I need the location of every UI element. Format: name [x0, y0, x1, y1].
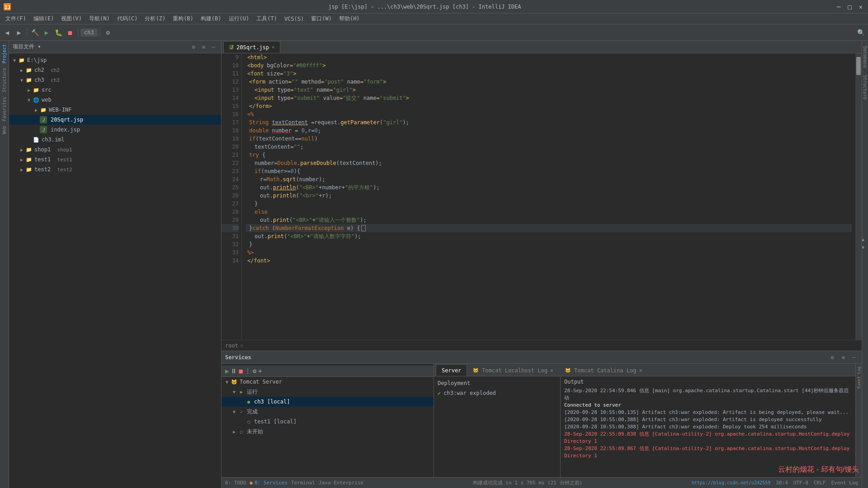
tab-tomcat-localhost[interactable]: 🐱 Tomcat Localhost Log ×: [467, 364, 559, 376]
editor-content[interactable]: 9 10 11 12 13 14 15 16 17 18 19 20 21 22…: [222, 53, 862, 340]
tab-close[interactable]: ×: [272, 45, 274, 50]
tab-20sqrt[interactable]: J 20Sqrt.jsp ×: [223, 41, 280, 53]
database-tab[interactable]: Database: [863, 42, 868, 71]
project-gear-btn[interactable]: ≡: [199, 43, 208, 51]
branch-selector[interactable]: ch3: [80, 28, 98, 37]
menu-item-f[interactable]: 文件(F): [2, 14, 30, 23]
tree-index[interactable]: ▶ J index.jsp: [9, 125, 221, 135]
services-more-btn[interactable]: ⋮: [245, 367, 251, 375]
search-everywhere-btn[interactable]: 🔍: [855, 27, 866, 38]
tab-catalina-close[interactable]: ×: [639, 367, 642, 374]
web-icon[interactable]: Web: [2, 124, 7, 136]
bottom-gear-btn[interactable]: ≡: [839, 353, 847, 361]
menu-item-u[interactable]: 运行(U): [225, 14, 253, 23]
minimize-btn[interactable]: ─: [835, 3, 842, 10]
bottom-toolbar: Services ⚙ ≡ —: [222, 351, 862, 364]
project-close-btn[interactable]: —: [209, 43, 217, 51]
svg-text:IJ: IJ: [5, 5, 10, 10]
menu-bar: 文件(F)编辑(E)视图(V)导航(N)代码(C)分析(Z)重构(B)构建(B)…: [0, 14, 868, 24]
tree-test1[interactable]: ▶ 📁 test1 test1: [9, 155, 221, 164]
server-right-icons: Event Log: [855, 364, 862, 477]
status-encoding[interactable]: UTF-8: [793, 480, 808, 486]
close-btn[interactable]: ✕: [857, 3, 864, 10]
tree-test2[interactable]: ▶ 📁 test2 test2: [9, 164, 221, 174]
tree-ch3-local[interactable]: ▶ ● ch3 [local]: [222, 397, 434, 407]
project-icon[interactable]: Project: [2, 42, 7, 65]
event-log-btn[interactable]: Event Log: [857, 365, 861, 390]
bottom-settings-btn[interactable]: ⚙: [828, 353, 836, 361]
tree-running[interactable]: ▼ ▶ 运行: [222, 387, 434, 397]
menu-item-n[interactable]: 导航(N): [85, 14, 113, 23]
title-bar: IJ jsp [E:\jsp] - ...\ch3\web\20Sqrt.jsp…: [0, 0, 868, 14]
menu-item-t[interactable]: 工具(T): [253, 14, 281, 23]
services-run-btn[interactable]: ▶: [225, 367, 229, 375]
project-panel: 项目文件 ▾ ⚙ ≡ — ▼ 📁 E:\jsp ▶ 📁 ch2 ch2 ▼ 📁: [9, 41, 222, 488]
status-linesep[interactable]: CRLF: [814, 480, 826, 486]
stop-btn[interactable]: ■: [65, 27, 75, 38]
services-tree: ▶ ⏸ ■ ⋮ ⚙ + ▼ 🐱 Tomcat Server: [222, 364, 434, 477]
window-controls[interactable]: ─ □ ✕: [835, 3, 864, 10]
maximize-btn[interactable]: □: [846, 3, 853, 10]
breadcrumb-root[interactable]: root: [225, 343, 238, 349]
menu-item-c[interactable]: 代码(C): [113, 14, 142, 23]
structure-tab[interactable]: Structure: [863, 71, 868, 103]
menu-item-w[interactable]: 窗口(W): [307, 14, 335, 23]
tab-filename: 20Sqrt.jsp: [236, 44, 269, 51]
menu-item-e[interactable]: 编辑(E): [30, 14, 58, 23]
tree-web[interactable]: ▼ 🌐 web: [9, 95, 221, 105]
tree-tomcat[interactable]: ▼ 🐱 Tomcat Server: [222, 377, 434, 387]
services-stop-btn[interactable]: ■: [239, 367, 242, 375]
menu-item-b[interactable]: 构建(B): [197, 14, 225, 23]
tree-ch3iml[interactable]: ▶ 📄 ch3.iml: [9, 135, 221, 145]
menu-item-v[interactable]: 视图(V): [57, 14, 85, 23]
tree-shop1[interactable]: ▶ 📁 shop1 shop1: [9, 145, 221, 155]
tree-20sqrt[interactable]: ▶ J 20Sqrt.jsp: [9, 115, 221, 125]
status-event-log[interactable]: Event Log: [831, 480, 858, 486]
project-settings-btn[interactable]: ⚙: [189, 43, 198, 51]
back-btn[interactable]: ◀: [2, 27, 13, 38]
run-btn[interactable]: ▶: [41, 27, 52, 38]
server-content: Deployment ✔ ch3:war exploded ▲ ▼: [434, 376, 855, 477]
code-content[interactable]: <html> <body bgColor="#00ffff"> <font si…: [242, 53, 855, 340]
settings-btn[interactable]: ⚙: [103, 27, 113, 38]
output-line-6: 28-Sep-2020 22:55:09.867 信息 [Catalina-ut…: [564, 445, 852, 460]
forward-btn[interactable]: ▶: [14, 27, 24, 38]
tree-ejsp[interactable]: ▼ 📁 E:\jsp: [9, 55, 221, 65]
services-add-btn[interactable]: +: [258, 367, 262, 375]
tree-ch2[interactable]: ▶ 📁 ch2 ch2: [9, 65, 221, 75]
deploy-label: ch3:war exploded: [443, 390, 496, 396]
tree-test1-local[interactable]: ▶ ○ test1 [local]: [222, 417, 434, 427]
structure-icon[interactable]: Structure: [2, 66, 7, 94]
tab-server[interactable]: Server: [436, 364, 467, 376]
services-title: Services: [225, 354, 251, 361]
favorites-icon[interactable]: Favorites: [2, 95, 7, 123]
status-url[interactable]: https://blog.csdn.net/u242559: [692, 480, 771, 485]
project-title: 项目文件 ▾: [13, 43, 188, 51]
status-services[interactable]: ● 8: Services: [250, 480, 287, 486]
output-line-5: 28-Sep-2020 22:55:09.838 信息 [Catalina-ut…: [564, 431, 852, 445]
menu-item-b[interactable]: 重构(B): [169, 14, 197, 23]
tree-webinf[interactable]: ▶ 📁 WEB-INF: [9, 105, 221, 115]
tree-complete[interactable]: ▼ ✓ 完成: [222, 407, 434, 417]
tree-notstarted[interactable]: ▶ ○ 未开始: [222, 427, 434, 436]
tab-tomcat-catalina[interactable]: 🐱 Tomcat Catalina Log ×: [559, 364, 648, 376]
tree-src[interactable]: ▶ 📁 src: [9, 85, 221, 95]
services-filter-btn[interactable]: ⚙: [253, 367, 256, 375]
status-todo[interactable]: 6: TODO: [225, 480, 246, 486]
tree-ch3[interactable]: ▼ 📁 ch3 ch3: [9, 75, 221, 85]
deploy-check-icon: ✔: [438, 390, 441, 396]
status-java-enterprise[interactable]: Java Enterprise: [319, 480, 363, 486]
right-status: https://blog.csdn.net/u242559 30:4 UTF-8…: [692, 480, 858, 486]
services-pause-btn[interactable]: ⏸: [231, 367, 237, 375]
build-btn[interactable]: 🔨: [29, 27, 40, 38]
breadcrumb: root >: [222, 340, 862, 351]
bottom-close-btn[interactable]: —: [850, 353, 858, 361]
status-terminal[interactable]: Terminal: [291, 480, 315, 486]
menu-item-z[interactable]: 分析(Z): [141, 14, 169, 23]
editor-scrollbar[interactable]: [855, 53, 862, 340]
menu-item-vcss[interactable]: VCS(S): [281, 15, 307, 23]
tab-localhost-close[interactable]: ×: [550, 367, 553, 374]
output-panel: Output 28-Sep-2020 22:54:59.846 信息 [main…: [561, 376, 855, 477]
menu-item-h[interactable]: 帮助(H): [335, 14, 363, 23]
debug-btn[interactable]: 🐛: [53, 27, 64, 38]
